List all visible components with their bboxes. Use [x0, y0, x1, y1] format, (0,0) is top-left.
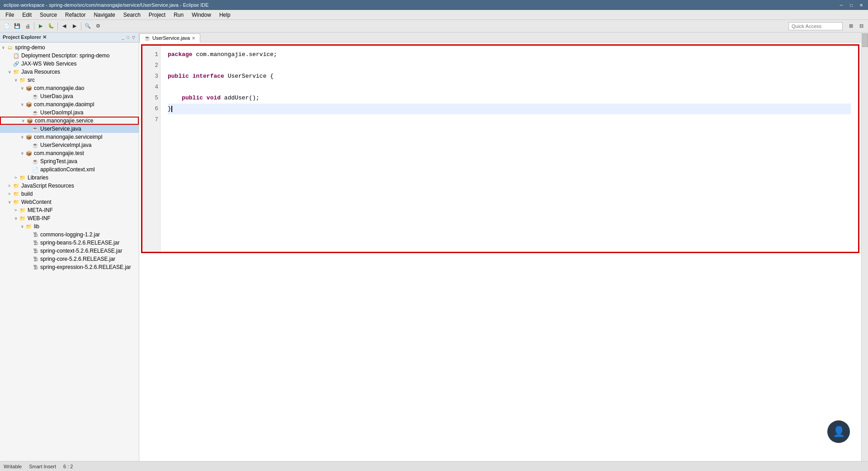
code-content[interactable]: package com.manongajie.service; public i… — [160, 46, 858, 252]
status-bar: Writable Smart Insert 6 : 2 — [0, 461, 868, 471]
tree-label-libraries: Libraries — [28, 174, 48, 181]
perspective-btn-2[interactable]: ⊟ — [856, 21, 866, 31]
back-button[interactable]: ◀ — [59, 21, 69, 31]
webcontent-icon: 📁 — [13, 198, 20, 206]
tree-item-build[interactable]: > 📁 build — [0, 190, 139, 198]
editor-area: ☕ UserService.java ✕ 1 2 3 4 5 6 7 packa… — [139, 33, 861, 461]
tree-item-commons-logging[interactable]: 🗜 commons-logging-1.2.jar — [0, 231, 139, 239]
tree-item-spring-context[interactable]: 🗜 spring-context-5.2.6.RELEASE.jar — [0, 247, 139, 255]
minimize-button[interactable]: ─ — [838, 2, 844, 8]
js-resources-icon: 📁 — [13, 182, 20, 189]
right-scrollbar-panel[interactable] — [861, 33, 868, 461]
tree-item-daoimpl-package[interactable]: ∨ 📦 com.manongajie.daoimpl — [0, 100, 139, 108]
debug-button[interactable]: 🐛 — [46, 21, 56, 31]
daoimpl-package-icon: 📦 — [25, 101, 33, 108]
menu-navigate[interactable]: Navigate — [90, 11, 118, 19]
tree-item-appcontext[interactable]: 📄 applicationContext.xml — [0, 165, 139, 174]
tree-label-webcontent: WebContent — [21, 199, 52, 205]
maximize-button[interactable]: □ — [848, 2, 854, 8]
close-button[interactable]: ✕ — [858, 2, 864, 8]
tree-item-spring-core[interactable]: 🗜 spring-core-5.2.6.RELEASE.jar — [0, 255, 139, 263]
tree-label-spring-beans: spring-beans-5.2.6.RELEASE.jar — [40, 240, 119, 246]
tree-label-serviceimpl-package: com.manongajie.serviceimpl — [34, 134, 102, 140]
tree-item-service-package[interactable]: ∨ 📦 com.manongajie.service — [0, 117, 139, 125]
tree-arrow-java-resources: ∨ — [8, 70, 13, 74]
project-explorer-header: Project Explorer ✕ _ □ ▽ — [0, 33, 139, 42]
kw-public-5: public — [182, 94, 203, 101]
new-button[interactable]: 📄 — [2, 21, 12, 31]
toolbar-sep-1 — [34, 22, 34, 30]
spring-context-icon: 🗜 — [32, 247, 39, 254]
tree-label-commons-logging: commons-logging-1.2.jar — [40, 231, 100, 238]
menu-refactor[interactable]: Refactor — [61, 11, 89, 19]
tree-item-java-resources[interactable]: ∨ 📁 Java Resources — [0, 68, 139, 76]
quick-access-input[interactable] — [788, 22, 843, 30]
tab-close-btn[interactable]: ✕ — [192, 36, 195, 41]
tree-item-deployment[interactable]: 📋 Deployment Descriptor: spring-demo — [0, 52, 139, 60]
save-button[interactable]: 💾 — [12, 21, 22, 31]
menu-bar: File Edit Source Refactor Navigate Searc… — [0, 10, 868, 20]
pe-minimize-btn[interactable]: _ — [121, 35, 125, 40]
menu-window[interactable]: Window — [188, 11, 215, 19]
code-brace-6: } — [168, 105, 171, 112]
tree-arrow-js-resources: > — [8, 184, 13, 188]
tree-item-userserviceimpl[interactable]: ☕ UserServiceImpl.java — [0, 141, 139, 149]
tree-label-userdao: UserDao.java — [40, 93, 73, 99]
forward-button[interactable]: ▶ — [70, 21, 80, 31]
pe-view-menu-btn[interactable]: ▽ — [131, 35, 136, 40]
menu-source[interactable]: Source — [36, 11, 61, 19]
editor-tab-userservice[interactable]: ☕ UserService.java ✕ — [139, 33, 200, 42]
tree-label-src: src — [28, 77, 35, 83]
tree-item-test-package[interactable]: ∨ 📦 com.manongajie.test — [0, 149, 139, 157]
tree-item-meta-inf[interactable]: > 📁 META-INF — [0, 206, 139, 214]
tree-item-spring-expression[interactable]: 🗜 spring-expression-5.2.6.RELEASE.jar — [0, 263, 139, 271]
tree-item-js-resources[interactable]: > 📁 JavaScript Resources — [0, 182, 139, 190]
menu-edit[interactable]: Edit — [19, 11, 35, 19]
editor-empty-space — [139, 255, 861, 461]
menu-search[interactable]: Search — [120, 11, 144, 19]
search-button[interactable]: 🔍 — [83, 21, 93, 31]
kw-package: package — [168, 51, 193, 58]
spring-core-icon: 🗜 — [32, 255, 39, 263]
tree-label-userservice: UserService.java — [40, 126, 81, 132]
tree-arrow-test: ∨ — [21, 151, 25, 155]
menu-file[interactable]: File — [2, 11, 18, 19]
print-button[interactable]: 🖨 — [23, 21, 33, 31]
tree-arrow-libraries: > — [14, 175, 19, 180]
tree-item-userdao[interactable]: ☕ UserDao.java — [0, 92, 139, 100]
line-num-7: 7 — [144, 114, 158, 125]
userserviceimpl-icon: ☕ — [32, 141, 39, 149]
code-editor[interactable]: 1 2 3 4 5 6 7 package com.manongajie.ser… — [141, 44, 859, 253]
main-layout: Project Explorer ✕ _ □ ▽ ∨ 🗂 spring-demo… — [0, 33, 868, 461]
tree-label-appcontext: applicationContext.xml — [40, 166, 95, 173]
tree-item-web-inf[interactable]: ∨ 📁 WEB-INF — [0, 214, 139, 222]
project-explorer-title: Project Explorer ✕ — [3, 34, 47, 40]
tree-item-webcontent[interactable]: ∨ 📁 WebContent — [0, 198, 139, 206]
scroll-thumb[interactable] — [862, 33, 868, 47]
tree-item-userservice[interactable]: ☕ UserService.java — [0, 125, 139, 133]
tab-file-icon: ☕ — [144, 35, 151, 41]
menu-help[interactable]: Help — [216, 11, 234, 19]
tree-item-dao-package[interactable]: ∨ 📦 com.manongajie.dao — [0, 84, 139, 92]
tree-label-daoimpl-package: com.manongajie.daoimpl — [34, 101, 94, 108]
run-button[interactable]: ▶ — [36, 21, 46, 31]
menu-project[interactable]: Project — [145, 11, 169, 19]
tree-item-jaxws[interactable]: 🔗 JAX-WS Web Services — [0, 60, 139, 68]
tree-item-userdaoimpl[interactable]: ☕ UserDaoImpl.java — [0, 108, 139, 117]
tree-item-serviceimpl-package[interactable]: ∨ 📦 com.manongajie.serviceimpl — [0, 133, 139, 141]
perspective-btn-1[interactable]: ⊞ — [846, 21, 856, 31]
menu-run[interactable]: Run — [170, 11, 187, 19]
avatar: 👤 — [827, 420, 850, 443]
spring-expression-icon: 🗜 — [32, 264, 39, 271]
tree-item-src[interactable]: ∨ 📁 src — [0, 76, 139, 84]
tree-label-userserviceimpl: UserServiceImpl.java — [40, 142, 91, 148]
tree-item-lib[interactable]: ∨ 📁 lib — [0, 222, 139, 231]
tree-item-libraries[interactable]: > 📁 Libraries — [0, 174, 139, 182]
code-package-path: com.manongajie.service; — [193, 51, 277, 58]
status-writable: Writable — [4, 464, 22, 469]
tree-item-springtest[interactable]: ☕ SpringTest.java — [0, 157, 139, 165]
pe-maximize-btn[interactable]: □ — [126, 35, 130, 40]
settings-button[interactable]: ⚙ — [93, 21, 103, 31]
tree-item-spring-beans[interactable]: 🗜 spring-beans-5.2.6.RELEASE.jar — [0, 239, 139, 247]
tree-item-spring-demo[interactable]: ∨ 🗂 spring-demo — [0, 43, 139, 52]
